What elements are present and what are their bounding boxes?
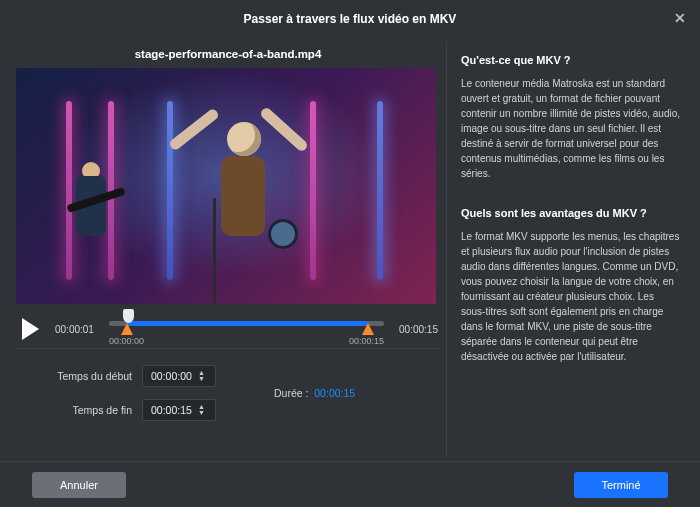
play-button[interactable] [22, 318, 39, 340]
close-icon[interactable]: ✕ [674, 10, 686, 26]
stepper-icon[interactable]: ▲▼ [198, 404, 205, 416]
stage-light [167, 101, 173, 280]
duration-label: Durée : [274, 387, 308, 399]
source-filename: stage-performance-of-a-band.mp4 [16, 46, 440, 68]
done-button[interactable]: Terminé [574, 472, 668, 498]
info-heading-2: Quels sont les avantages du MKV ? [461, 207, 680, 219]
mic-stand [213, 198, 216, 304]
playhead-handle[interactable] [123, 309, 134, 323]
dialog-content: stage-performance-of-a-band.mp4 00:00:01 [0, 38, 700, 456]
duration-value: 00:00:15 [314, 387, 355, 399]
start-time-input[interactable]: 00:00:00 ▲▼ [142, 365, 216, 387]
playback-bar: 00:00:01 00:00:00 00:00:15 00:00:15 [16, 304, 440, 349]
dialog-title: Passer à travers le flux vidéo en MKV [244, 12, 457, 26]
info-panel: Qu'est-ce que MKV ? Le conteneur média M… [446, 42, 694, 456]
stepper-icon[interactable]: ▲▼ [198, 370, 205, 382]
start-time-field: Temps du début 00:00:00 ▲▼ [46, 365, 216, 387]
duration-display: Durée : 00:00:15 [274, 387, 355, 399]
elapsed-time: 00:00:01 [55, 324, 101, 335]
cancel-button[interactable]: Annuler [32, 472, 126, 498]
ruler-start-label: 00:00:00 [109, 336, 144, 346]
dialog-footer: Annuler Terminé [0, 461, 700, 507]
track-selection [126, 321, 368, 326]
info-body-2: Le format MKV supporte les menus, les ch… [461, 229, 680, 364]
ruler-end-label: 00:00:15 [349, 336, 384, 346]
musician-guitarist [66, 162, 116, 252]
start-time-label: Temps du début [46, 370, 132, 382]
trim-end-handle[interactable] [362, 323, 374, 335]
timeline-track[interactable]: 00:00:00 00:00:15 [109, 312, 384, 346]
end-time-input[interactable]: 00:00:15 ▲▼ [142, 399, 216, 421]
total-time: 00:00:15 [392, 324, 438, 335]
dialog-titlebar: Passer à travers le flux vidéo en MKV ✕ [0, 0, 700, 38]
time-controls: Temps du début 00:00:00 ▲▼ Temps de fin … [16, 349, 440, 421]
end-time-field: Temps de fin 00:00:15 ▲▼ [46, 399, 216, 421]
left-panel: stage-performance-of-a-band.mp4 00:00:01 [6, 42, 446, 456]
stage-light [377, 101, 383, 280]
info-body-1: Le conteneur média Matroska est un stand… [461, 76, 680, 181]
video-preview[interactable] [16, 68, 436, 304]
start-time-value: 00:00:00 [151, 370, 192, 382]
stage-light [310, 101, 316, 280]
info-heading-1: Qu'est-ce que MKV ? [461, 54, 680, 66]
end-time-value: 00:00:15 [151, 404, 192, 416]
end-time-label: Temps de fin [46, 404, 132, 416]
trim-start-handle[interactable] [121, 323, 133, 335]
